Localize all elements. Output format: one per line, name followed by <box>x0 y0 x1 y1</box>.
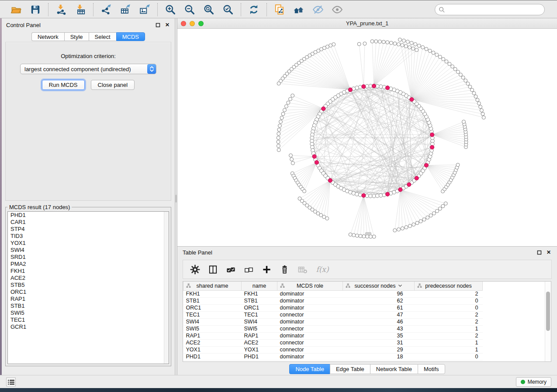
network-node[interactable] <box>372 194 376 198</box>
leaf-node[interactable] <box>428 49 432 52</box>
leaf-node[interactable] <box>438 207 442 210</box>
refresh-layout-icon[interactable] <box>247 3 260 16</box>
result-node-item[interactable]: FKH1 <box>8 268 169 275</box>
result-node-item[interactable]: TID3 <box>8 233 169 240</box>
table-scrollbar[interactable] <box>545 282 551 361</box>
show-all-icon[interactable] <box>331 3 344 16</box>
network-graph[interactable] <box>177 29 557 246</box>
network-node[interactable] <box>369 194 373 198</box>
tab-style[interactable]: Style <box>64 32 89 41</box>
float-panel-icon[interactable] <box>155 22 161 28</box>
network-node[interactable] <box>355 193 359 196</box>
leaf-node[interactable] <box>441 204 445 208</box>
float-table-panel-icon[interactable] <box>536 249 542 255</box>
leaf-node[interactable] <box>401 227 404 230</box>
table-row[interactable]: ACE2ACE2connector311 <box>183 339 483 346</box>
memory-button[interactable]: Memory <box>516 377 551 387</box>
leaf-node[interactable] <box>280 116 284 120</box>
leaf-node[interactable] <box>291 94 294 97</box>
dominator-node[interactable] <box>328 179 332 182</box>
network-canvas[interactable] <box>177 29 557 246</box>
leaf-node[interactable] <box>370 40 374 43</box>
zoom-in-icon[interactable] <box>164 3 177 16</box>
export-image-icon[interactable] <box>138 3 151 16</box>
result-node-item[interactable]: CAR1 <box>8 219 169 226</box>
leaf-node[interactable] <box>277 132 280 135</box>
leaf-node[interactable] <box>279 120 283 124</box>
leaf-node[interactable] <box>393 42 397 45</box>
task-history-button[interactable] <box>6 378 16 386</box>
table-row[interactable]: SWI4SWI4dominator462 <box>183 318 483 325</box>
criterion-select[interactable]: largest connected component (undirected) <box>20 64 156 74</box>
search-box[interactable] <box>435 4 545 15</box>
leaf-node[interactable] <box>277 140 280 144</box>
tab-node-table[interactable]: Node Table <box>289 364 330 374</box>
add-column-icon[interactable] <box>261 264 272 275</box>
leaf-node[interactable] <box>287 101 290 104</box>
leaf-node[interactable] <box>412 47 415 50</box>
leaf-node[interactable] <box>476 98 479 102</box>
tab-network[interactable]: Network <box>31 32 64 41</box>
column-header-name[interactable]: name <box>242 282 277 290</box>
leaf-node[interactable] <box>277 136 280 140</box>
dominator-node[interactable] <box>385 86 389 90</box>
leaf-node[interactable] <box>421 45 425 49</box>
dominator-node[interactable] <box>315 160 318 164</box>
dominator-node[interactable] <box>322 107 325 110</box>
close-panel-button[interactable]: Close panel <box>91 80 135 90</box>
panel-splitter-horizontal[interactable] <box>365 232 371 235</box>
leaf-node[interactable] <box>290 158 294 161</box>
leaf-node[interactable] <box>468 85 472 89</box>
export-network-icon[interactable] <box>100 3 113 16</box>
result-node-item[interactable]: YOX1 <box>8 240 169 247</box>
leaf-node[interactable] <box>464 79 467 83</box>
export-table-icon[interactable] <box>119 3 132 16</box>
leaf-node[interactable] <box>432 51 435 55</box>
result-node-item[interactable]: ORC1 <box>8 289 169 296</box>
leaf-node[interactable] <box>442 57 445 61</box>
leaf-node[interactable] <box>277 148 280 152</box>
table-row[interactable]: SWI5SWI5connector431 <box>183 325 483 332</box>
leaf-node[interactable] <box>283 108 286 112</box>
leaf-node[interactable] <box>456 163 460 167</box>
open-file-icon[interactable] <box>10 3 23 16</box>
table-row[interactable]: PHD1PHD1dominator180 <box>183 353 483 360</box>
tab-select[interactable]: Select <box>89 32 116 41</box>
result-node-item[interactable]: RAP1 <box>8 296 169 303</box>
leaf-node[interactable] <box>363 42 367 45</box>
leaf-node[interactable] <box>277 82 280 85</box>
result-node-item[interactable]: SWI4 <box>8 247 169 254</box>
leaf-node[interactable] <box>432 212 436 215</box>
zoom-out-icon[interactable] <box>183 3 196 16</box>
leaf-node[interactable] <box>357 42 361 46</box>
save-session-icon[interactable] <box>29 3 42 16</box>
leaf-node[interactable] <box>451 65 454 68</box>
dominator-node[interactable] <box>398 188 402 192</box>
splitter-handle[interactable] <box>175 195 177 203</box>
dominator-node[interactable] <box>407 182 411 186</box>
leaf-node[interactable] <box>444 202 447 205</box>
result-node-item[interactable]: GCR1 <box>8 323 169 330</box>
table-settings-icon[interactable] <box>190 264 200 275</box>
leaf-node[interactable] <box>349 233 352 236</box>
leaf-node[interactable] <box>435 53 439 56</box>
leaf-node[interactable] <box>417 44 421 48</box>
leaf-node[interactable] <box>408 46 412 49</box>
leaf-node[interactable] <box>397 228 401 231</box>
leaf-node[interactable] <box>419 220 422 223</box>
column-header-shared-name[interactable]: shared name <box>183 282 242 290</box>
leaf-node[interactable] <box>366 235 369 238</box>
dominator-node[interactable] <box>372 84 376 88</box>
leaf-node[interactable] <box>466 82 470 86</box>
leaf-node[interactable] <box>480 109 483 112</box>
leaf-node[interactable] <box>445 60 448 63</box>
dominator-node[interactable] <box>362 85 366 89</box>
leaf-node[interactable] <box>415 48 419 52</box>
leaf-node[interactable] <box>448 62 451 65</box>
leaf-node[interactable] <box>359 234 362 238</box>
column-header-predecessor-nodes[interactable]: predecessor nodes <box>415 282 483 290</box>
leaf-node[interactable] <box>429 214 432 217</box>
tab-mcds[interactable]: MCDS <box>116 32 145 41</box>
result-scrollbar[interactable] <box>164 212 169 364</box>
dominator-node[interactable] <box>430 133 434 137</box>
